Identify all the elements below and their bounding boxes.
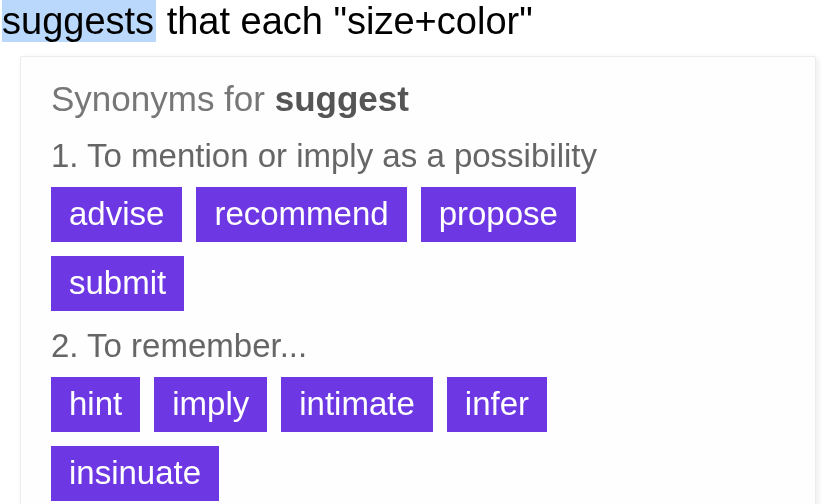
- context-line: suggests that each "size+color": [2, 0, 838, 44]
- synonym-chip[interactable]: advise: [51, 187, 182, 242]
- sense-label: 1. To mention or imply as a possibility: [51, 137, 785, 175]
- tooltip-title: Synonyms for suggest: [51, 79, 785, 119]
- sense-group: 2. To remember... hint imply intimate in…: [51, 327, 785, 501]
- synonym-chip[interactable]: propose: [421, 187, 576, 242]
- tooltip-title-prefix: Synonyms for: [51, 79, 275, 118]
- selected-word[interactable]: suggests: [2, 0, 156, 42]
- synonym-chip[interactable]: submit: [51, 256, 184, 311]
- synonym-tooltip: Synonyms for suggest 1. To mention or im…: [20, 56, 816, 504]
- synonym-chip[interactable]: imply: [154, 377, 267, 432]
- context-rest: that each "size+color": [156, 0, 533, 42]
- sense-group: 1. To mention or imply as a possibility …: [51, 137, 785, 311]
- sense-label: 2. To remember...: [51, 327, 785, 365]
- synonym-chip-row: advise recommend propose submit: [51, 187, 671, 311]
- synonym-chip[interactable]: intimate: [281, 377, 433, 432]
- tooltip-headword: suggest: [275, 79, 409, 118]
- synonym-chip[interactable]: recommend: [196, 187, 406, 242]
- synonym-chip-row: hint imply intimate infer insinuate: [51, 377, 671, 501]
- synonym-chip[interactable]: insinuate: [51, 446, 219, 501]
- synonym-chip[interactable]: infer: [447, 377, 547, 432]
- synonym-chip[interactable]: hint: [51, 377, 140, 432]
